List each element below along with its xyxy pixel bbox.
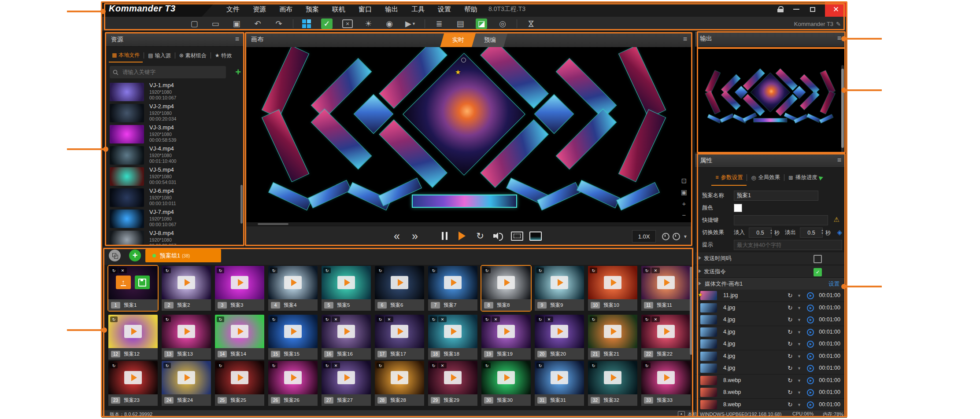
preset-play-button[interactable] <box>497 276 515 289</box>
media-row[interactable]: 4.jpg↻▼00:01:00 <box>695 338 846 350</box>
preset-play-button[interactable] <box>497 325 515 338</box>
media-row[interactable]: 8.webp↻▼00:01:00 <box>695 386 846 399</box>
expand-panel-icon[interactable]: ▲ <box>678 411 685 417</box>
fade-in-stepper[interactable]: ▲▼ <box>770 229 773 235</box>
canvas-media-piece[interactable] <box>720 114 734 123</box>
canvas-media-piece[interactable] <box>618 109 666 182</box>
preset-card[interactable]: ↻13预案13 <box>162 315 211 360</box>
loop-dropdown-icon[interactable]: ▼ <box>797 390 801 395</box>
expand-media-icon[interactable] <box>699 282 703 285</box>
edit-profile-icon[interactable]: ✎ <box>836 21 841 27</box>
menu-1[interactable]: 文件 <box>220 2 246 17</box>
loop-mode-icon[interactable]: ↻ <box>788 292 793 299</box>
canvas-media-piece[interactable] <box>806 114 821 123</box>
preset-play-button[interactable] <box>444 276 462 289</box>
duration-timer-icon[interactable] <box>807 329 814 336</box>
preset-play-button[interactable] <box>657 325 675 338</box>
upload-preset-button[interactable]: ↑ <box>116 276 131 289</box>
preset-card[interactable]: ↻12预案12 <box>108 315 158 360</box>
canvas-menu-icon[interactable]: ≡ <box>683 35 687 43</box>
search-input[interactable] <box>122 69 216 76</box>
tab-parameters[interactable]: ≡参数设置 <box>711 169 747 186</box>
loop-mode-icon[interactable]: ↻ <box>788 389 793 396</box>
preset-card[interactable]: ↻9预案9 <box>535 266 584 311</box>
preset-play-button[interactable] <box>231 325 248 338</box>
loop-dropdown-icon[interactable]: ▼ <box>797 294 801 298</box>
preset-play-button[interactable] <box>124 371 142 384</box>
tab-realtime[interactable]: 实时 <box>440 33 476 47</box>
test-pattern-icon[interactable]: ◉ <box>384 18 395 29</box>
canvas-media-piece[interactable] <box>705 70 721 93</box>
skip-back-icon[interactable]: « <box>391 226 402 246</box>
preset-card[interactable]: ↻30预案30 <box>481 361 531 406</box>
duration-timer-icon[interactable] <box>807 401 814 408</box>
duration-timer-icon[interactable] <box>807 353 814 360</box>
duration-timer-icon[interactable] <box>807 389 814 396</box>
screen-output-icon[interactable] <box>529 226 542 246</box>
loop-mode-icon[interactable]: ↻ <box>788 304 793 311</box>
duration-timer-icon[interactable] <box>807 341 814 348</box>
preset-card[interactable]: ↻5预案5 <box>322 266 371 311</box>
tab-preedit[interactable]: 预编 <box>472 33 507 47</box>
canvas-media-piece[interactable] <box>794 114 808 123</box>
preset-card[interactable]: ↻6预案6 <box>375 266 424 311</box>
canvas-media-piece[interactable] <box>618 47 666 118</box>
media-row[interactable]: ★11.jpg↻▼00:01:00 <box>695 290 846 302</box>
playlist-icon[interactable]: ▤ <box>455 18 466 29</box>
preset-play-button[interactable] <box>657 371 675 384</box>
loop-mode-icon[interactable]: ↻ <box>788 377 793 384</box>
volume-icon[interactable] <box>492 226 504 246</box>
duration-timer-icon[interactable] <box>807 377 814 384</box>
fit-screen-icon[interactable]: ▣ <box>681 188 687 200</box>
loop-dropdown-icon[interactable]: ▼ <box>797 330 801 334</box>
screen-region-icon[interactable] <box>511 226 523 246</box>
canvas-media-piece[interactable] <box>754 118 787 122</box>
add-media-button[interactable]: + <box>235 67 241 77</box>
resources-tab-2[interactable]: ▤输入源 <box>145 49 174 62</box>
preset-play-button[interactable] <box>178 371 195 384</box>
screen-grid-icon[interactable] <box>302 19 311 28</box>
preset-card[interactable]: ↻32预案32 <box>588 361 637 406</box>
tip-input[interactable] <box>734 240 842 250</box>
output-scrollbar[interactable] <box>841 65 844 152</box>
playback-speed[interactable]: 1.0X <box>632 230 656 243</box>
properties-menu-icon[interactable]: ≡ <box>837 156 841 164</box>
menu-9[interactable]: 设置 <box>431 2 458 17</box>
color-swatch[interactable] <box>734 204 742 212</box>
menu-8[interactable]: 工具 <box>405 2 431 17</box>
preset-play-button[interactable] <box>178 276 195 289</box>
preset-play-button[interactable] <box>391 325 408 338</box>
file-item[interactable]: VJ-6.mp41920*108000:00:10:011 <box>110 187 240 208</box>
save-icon[interactable]: ▣ <box>231 18 242 29</box>
pause-button[interactable] <box>439 226 450 246</box>
file-item[interactable]: VJ-8.mp41920*108000:00:20:057 <box>110 230 240 245</box>
duration-timer-icon[interactable] <box>807 365 814 372</box>
preset-play-button[interactable] <box>604 276 621 289</box>
timer-2-icon[interactable] <box>673 233 680 240</box>
timer-1-icon[interactable] <box>662 233 669 240</box>
preset-card[interactable]: ↻24预案24 <box>162 361 211 406</box>
media-row[interactable]: 4.jpg↻▼00:01:00 <box>695 314 846 326</box>
preset-play-button[interactable] <box>178 325 195 338</box>
loop-dropdown-icon[interactable]: ▼ <box>797 306 801 310</box>
preset-play-button[interactable] <box>284 371 302 384</box>
preset-play-button[interactable] <box>284 276 302 289</box>
preset-card[interactable]: ↻15预案15 <box>268 315 318 360</box>
canvas-media-piece[interactable] <box>308 180 351 209</box>
preset-card[interactable]: ↻4预案4 <box>268 266 318 311</box>
open-project-icon[interactable]: ▭ <box>210 18 221 29</box>
preset-card[interactable]: ↻21预案21 <box>588 315 637 360</box>
effect-icon[interactable]: ◈ <box>837 228 842 236</box>
resources-tab-1[interactable]: ▦本地文件 <box>109 48 143 62</box>
preset-card[interactable]: ↻31预案31 <box>535 361 584 406</box>
new-file-icon[interactable]: ▢ <box>189 18 200 29</box>
preset-play-button[interactable] <box>337 371 355 384</box>
loop-mode-icon[interactable]: ↻ <box>788 340 793 347</box>
preset-play-button[interactable] <box>391 371 408 384</box>
media-row[interactable]: 8.webp↻▼00:01:00 <box>695 399 846 410</box>
canvas-media-piece[interactable] <box>268 182 312 211</box>
loop-dropdown-icon[interactable]: ▼ <box>797 318 801 322</box>
loop-mode-icon[interactable]: ↻ <box>788 401 793 408</box>
preset-card[interactable]: ↻✕16预案16 <box>322 315 371 360</box>
output-on-icon[interactable]: ✓ <box>321 18 333 29</box>
